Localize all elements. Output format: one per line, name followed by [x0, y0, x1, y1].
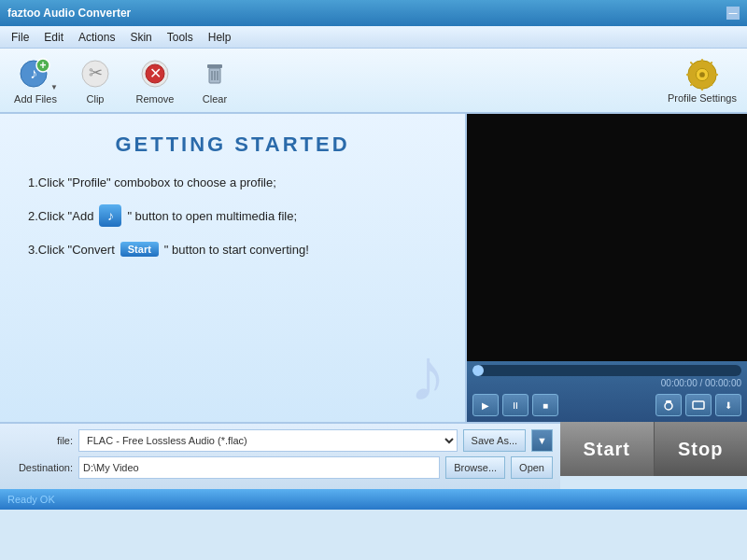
start-convert-button[interactable]: Start	[560, 422, 655, 476]
save-as-button[interactable]: Save As...	[463, 429, 527, 452]
save-options-button[interactable]: ▼	[531, 429, 553, 452]
status-bar: Ready OK	[0, 489, 747, 510]
getting-started-title: GETTING STARTED	[28, 133, 437, 157]
svg-rect-19	[686, 74, 691, 76]
profile-settings-icon	[684, 57, 720, 92]
profile-settings-button[interactable]: Profile Settings	[665, 52, 740, 108]
open-button[interactable]: Open	[511, 456, 553, 479]
svg-rect-18	[701, 86, 703, 91]
clear-label: Clear	[203, 93, 227, 105]
remove-icon: ✕	[137, 56, 173, 91]
clip-icon: ✂	[78, 56, 113, 91]
step-3: 3.Click "Convert Start " button to start…	[28, 242, 437, 257]
start-mini-label: Start	[120, 242, 159, 257]
remove-label: Remove	[136, 93, 175, 105]
profile-select[interactable]: FLAC - Free Lossless Audio (*.flac)	[78, 429, 458, 452]
destination-label: Destination:	[7, 462, 73, 473]
add-files-label: Add Files	[14, 93, 57, 105]
svg-rect-27	[693, 401, 704, 409]
title-bar: faztoo Audio Converter —	[0, 0, 747, 26]
bottom-and-actions: file: FLAC - Free Lossless Audio (*.flac…	[0, 422, 747, 489]
menu-file[interactable]: File	[4, 29, 36, 46]
stop-button[interactable]: ■	[532, 394, 558, 416]
clip-label: Clip	[87, 93, 105, 105]
minimize-button[interactable]: —	[726, 7, 740, 20]
add-mini-icon: ♪	[99, 204, 121, 227]
profile-label: file:	[7, 435, 73, 446]
video-controls-area: 00:00:00 / 00:00:00 ▶ ⏸ ■ ⬇	[467, 361, 747, 422]
profile-row: file: FLAC - Free Lossless Audio (*.flac…	[7, 429, 553, 452]
svg-rect-26	[666, 400, 671, 403]
stop-convert-button[interactable]: Stop	[655, 422, 748, 476]
remove-button[interactable]: ✕ Remove	[127, 52, 183, 108]
clear-icon	[197, 56, 233, 91]
destination-row: Destination: Browse... Open	[7, 456, 553, 479]
time-display: 00:00:00 / 00:00:00	[472, 378, 741, 388]
svg-text:✕: ✕	[149, 65, 162, 81]
svg-rect-9	[207, 64, 222, 68]
app-title: faztoo Audio Converter	[7, 7, 131, 20]
status-text: Ready OK	[7, 494, 55, 505]
add-files-dropdown-arrow[interactable]: ▼	[50, 83, 58, 91]
browse-button[interactable]: Browse...	[445, 456, 505, 479]
svg-point-25	[665, 402, 672, 410]
action-buttons: Start Stop	[560, 422, 747, 476]
destination-input[interactable]	[78, 456, 440, 479]
svg-text:✂: ✂	[89, 63, 103, 82]
main-area: GETTING STARTED 1.Click "Profile" combob…	[0, 114, 747, 422]
getting-started-panel: GETTING STARTED 1.Click "Profile" combob…	[0, 114, 467, 422]
title-bar-controls: —	[726, 7, 740, 20]
toolbar: ♪ + Add Files ▼ ✂ Clip ✕ Remove	[0, 49, 747, 114]
menu-edit[interactable]: Edit	[36, 29, 71, 46]
download-button[interactable]: ⬇	[715, 394, 741, 416]
progress-bar[interactable]	[472, 365, 741, 376]
svg-rect-20	[713, 74, 718, 76]
menu-actions[interactable]: Actions	[71, 29, 122, 46]
add-files-button[interactable]: ♪ + Add Files ▼	[7, 52, 63, 108]
svg-text:+: +	[39, 59, 46, 72]
progress-thumb	[472, 365, 484, 376]
play-button[interactable]: ▶	[472, 394, 499, 416]
add-files-icon: ♪ +	[18, 56, 53, 91]
cut-button[interactable]	[685, 394, 712, 416]
clip-button[interactable]: ✂ Clip	[67, 52, 123, 108]
menu-help[interactable]: Help	[201, 29, 239, 46]
video-panel: 00:00:00 / 00:00:00 ▶ ⏸ ■ ⬇	[467, 114, 747, 422]
menu-skin[interactable]: Skin	[122, 29, 159, 46]
bottom-controls: file: FLAC - Free Lossless Audio (*.flac…	[0, 422, 560, 489]
menu-tools[interactable]: Tools	[160, 29, 201, 46]
music-watermark: ♪	[409, 338, 446, 413]
video-preview	[467, 114, 747, 361]
profile-settings-label: Profile Settings	[668, 92, 737, 104]
clear-button[interactable]: Clear	[187, 52, 243, 108]
svg-rect-17	[701, 59, 703, 63]
step-2: 2.Click "Add ♪ " button to open multimed…	[28, 204, 437, 227]
menu-bar: File Edit Actions Skin Tools Help	[0, 26, 747, 49]
playback-controls: ▶ ⏸ ■ ⬇	[472, 392, 741, 418]
pause-button[interactable]: ⏸	[502, 394, 529, 416]
step-1: 1.Click "Profile" combobox to choose a p…	[28, 175, 437, 189]
svg-point-16	[699, 72, 705, 77]
snapshot-button[interactable]	[655, 394, 682, 416]
